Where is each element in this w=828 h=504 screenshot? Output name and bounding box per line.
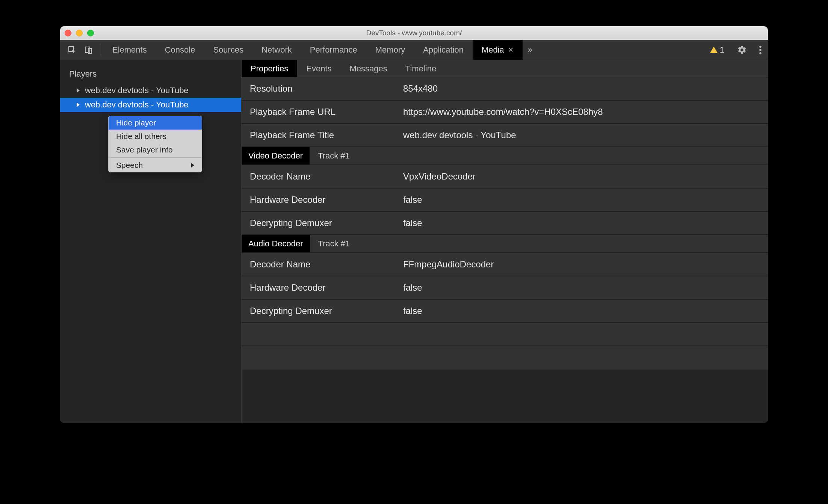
toolbar: Elements Console Sources Network Perform… — [60, 40, 768, 60]
context-menu-separator — [109, 157, 202, 158]
warnings-badge[interactable]: 1 — [703, 45, 731, 55]
property-row: Hardware Decoder false — [242, 189, 768, 212]
property-row: Resolution 854x480 — [242, 77, 768, 101]
tab-label: Memory — [375, 45, 405, 55]
minimize-window-button[interactable] — [76, 30, 83, 36]
subtab-label: Timeline — [405, 64, 436, 74]
subtab-label: Events — [306, 64, 331, 74]
tab-label: Sources — [213, 45, 243, 55]
window-controls — [65, 30, 94, 36]
svg-point-5 — [759, 52, 761, 54]
empty-row — [242, 346, 768, 370]
device-toggle-icon[interactable] — [80, 45, 97, 54]
subtab-events[interactable]: Events — [297, 60, 340, 77]
toolbar-divider — [100, 44, 100, 56]
tab-label: Network — [261, 45, 292, 55]
property-value: VpxVideoDecoder — [403, 171, 768, 182]
player-label: web.dev devtools - YouTube — [85, 86, 189, 95]
main-panel: Properties Events Messages Timeline Reso… — [242, 60, 768, 423]
panel-tabs: Elements Console Sources Network Perform… — [103, 40, 523, 60]
property-row: Playback Frame Title web.dev devtools - … — [242, 124, 768, 147]
property-value: false — [403, 306, 768, 316]
svg-point-3 — [759, 45, 761, 47]
property-label: Resolution — [242, 83, 403, 94]
property-value: FFmpegAudioDecoder — [403, 259, 768, 270]
panel-body: Players web.dev devtools - YouTube web.d… — [60, 60, 768, 423]
property-row: Hardware Decoder false — [242, 276, 768, 300]
property-label: Decrypting Demuxer — [242, 218, 403, 228]
tab-label: Media — [482, 45, 504, 55]
player-item[interactable]: web.dev devtools - YouTube — [60, 83, 241, 98]
context-menu-save-player-info[interactable]: Save player info — [109, 143, 202, 157]
tab-label: Elements — [112, 45, 147, 55]
warning-icon — [710, 47, 718, 53]
property-row: Decrypting Demuxer false — [242, 212, 768, 235]
property-value: false — [403, 195, 768, 205]
tab-memory[interactable]: Memory — [366, 40, 414, 60]
property-label: Decrypting Demuxer — [242, 306, 403, 316]
property-label: Decoder Name — [242, 259, 403, 270]
context-menu-label: Hide player — [116, 118, 156, 127]
tab-console[interactable]: Console — [156, 40, 204, 60]
tab-label: Performance — [310, 45, 357, 55]
property-row: Decoder Name FFmpegAudioDecoder — [242, 253, 768, 276]
property-value: web.dev devtools - YouTube — [403, 130, 768, 140]
player-label: web.dev devtools - YouTube — [85, 100, 189, 110]
property-row: Decrypting Demuxer false — [242, 300, 768, 323]
more-tabs-icon[interactable]: » — [523, 45, 538, 55]
section-header: Audio Decoder — [242, 235, 310, 252]
tab-label: Application — [423, 45, 464, 55]
sidebar-title: Players — [60, 60, 241, 83]
media-subtabs: Properties Events Messages Timeline — [242, 60, 768, 77]
maximize-window-button[interactable] — [87, 30, 94, 36]
audio-decoder-section: Audio Decoder Track #1 — [242, 235, 768, 253]
submenu-arrow-icon — [191, 163, 194, 167]
settings-icon[interactable] — [731, 45, 753, 55]
context-menu-hide-player[interactable]: Hide player — [109, 116, 202, 130]
property-row: Decoder Name VpxVideoDecoder — [242, 165, 768, 189]
svg-rect-1 — [85, 47, 90, 53]
property-label: Hardware Decoder — [242, 195, 403, 205]
property-row: Playback Frame URL https://www.youtube.c… — [242, 101, 768, 124]
inspect-element-icon[interactable] — [64, 45, 80, 54]
context-menu: Hide player Hide all others Save player … — [108, 116, 202, 172]
close-window-button[interactable] — [65, 30, 71, 36]
subtab-timeline[interactable]: Timeline — [396, 60, 445, 77]
tab-performance[interactable]: Performance — [301, 40, 366, 60]
properties-table: Resolution 854x480 Playback Frame URL ht… — [242, 77, 768, 423]
subtab-properties[interactable]: Properties — [242, 60, 297, 77]
tab-elements[interactable]: Elements — [103, 40, 156, 60]
tab-media[interactable]: Media ✕ — [473, 40, 523, 60]
devtools-window: DevTools - www.youtube.com/ Elements Con… — [60, 26, 768, 423]
subtab-label: Properties — [251, 64, 288, 74]
player-item[interactable]: web.dev devtools - YouTube — [60, 98, 241, 112]
window-title: DevTools - www.youtube.com/ — [60, 29, 768, 37]
titlebar: DevTools - www.youtube.com/ — [60, 26, 768, 40]
tab-label: Console — [165, 45, 195, 55]
play-icon — [77, 88, 80, 93]
players-sidebar: Players web.dev devtools - YouTube web.d… — [60, 60, 242, 423]
section-header: Video Decoder — [242, 147, 310, 164]
subtab-label: Messages — [350, 64, 387, 74]
svg-point-4 — [759, 49, 761, 51]
section-track: Track #1 — [310, 147, 358, 164]
context-menu-hide-others[interactable]: Hide all others — [109, 130, 202, 143]
play-icon — [77, 103, 80, 107]
tab-sources[interactable]: Sources — [204, 40, 252, 60]
context-menu-speech[interactable]: Speech — [109, 158, 202, 172]
property-value: https://www.youtube.com/watch?v=H0XScE08… — [403, 107, 768, 117]
context-menu-label: Hide all others — [116, 132, 166, 141]
property-label: Playback Frame URL — [242, 107, 403, 117]
context-menu-label: Save player info — [116, 145, 173, 154]
tab-application[interactable]: Application — [414, 40, 473, 60]
context-menu-label: Speech — [116, 161, 143, 170]
subtab-messages[interactable]: Messages — [341, 60, 396, 77]
close-tab-icon[interactable]: ✕ — [508, 46, 514, 54]
tab-network[interactable]: Network — [252, 40, 301, 60]
property-value: false — [403, 218, 768, 228]
property-value: 854x480 — [403, 83, 768, 94]
more-options-icon[interactable] — [753, 45, 768, 55]
property-value: false — [403, 282, 768, 293]
property-label: Hardware Decoder — [242, 282, 403, 293]
video-decoder-section: Video Decoder Track #1 — [242, 147, 768, 165]
